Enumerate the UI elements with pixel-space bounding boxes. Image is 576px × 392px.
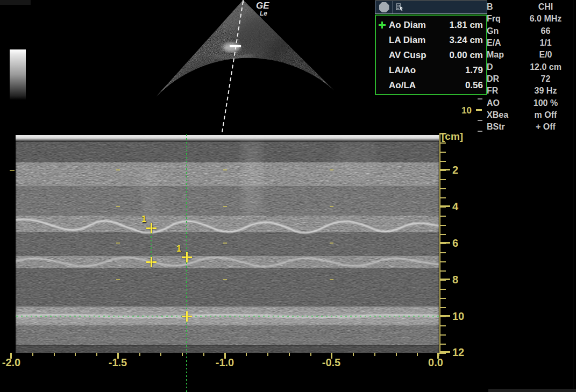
depth-ruler-major-tick (440, 169, 450, 170)
time-tick-label: -2.0 (2, 357, 20, 369)
param-row-gn: Gn 66 (487, 25, 575, 37)
param-row-xbeam: XBea m Off (487, 109, 575, 121)
measurement-value: 3.24 cm (450, 35, 483, 45)
depth-tick-label: 10 (452, 310, 471, 322)
measurement-value: 0.00 cm (450, 51, 483, 60)
measure-icon-slot (378, 81, 389, 89)
caliper-point-1b[interactable] (146, 257, 157, 267)
sector-scan-image[interactable]: GE Le (151, 0, 336, 134)
measurement-results-panel: Ao Diam 1.81 cm LA Diam 3.24 cm AV Cusp … (375, 15, 487, 95)
sector-scale-tick (478, 131, 482, 132)
param-label: Gn (487, 27, 516, 35)
caliper-cursor-icon (395, 3, 405, 12)
measurement-row-ao-la: Ao/LA 0.56 (378, 81, 483, 90)
depth-ruler-major-tick (440, 205, 450, 207)
depth-ruler-major-tick (440, 279, 450, 280)
param-label: E/A (487, 39, 516, 47)
time-tick-label: 0.0 (428, 357, 443, 369)
measurement-row-av-cusp: AV Cusp 0.00 cm (378, 51, 483, 60)
param-label: Frq (487, 15, 516, 23)
measurement-label: LA/Ao (389, 66, 416, 75)
depth-tick-label: 2 (452, 164, 471, 176)
grid-dash (330, 169, 333, 170)
active-measure-cross-icon (378, 21, 389, 28)
depth-ruler-minor-ticks (440, 133, 446, 354)
depth-ruler-major-tick (440, 315, 450, 317)
param-row-dr: DR 72 (487, 73, 575, 85)
caliper-point-2b[interactable] (182, 311, 192, 322)
measurement-label: AV Cusp (389, 51, 426, 60)
sector-scale-tick-10 (476, 109, 482, 111)
param-value: 1/1 (516, 39, 575, 47)
measurement-value: 1.81 cm (450, 20, 483, 30)
grid-dash (330, 243, 333, 244)
param-label: AO (487, 99, 516, 108)
param-value: CHI (516, 3, 575, 11)
mmode-tissue (16, 132, 439, 353)
caliper-point-1a[interactable] (146, 223, 157, 233)
param-row-map: Map E/0 (487, 49, 575, 61)
grid-dash (330, 206, 333, 207)
param-label: Map (487, 51, 516, 59)
grid-dash (116, 206, 120, 207)
sector-tissue (151, 0, 336, 134)
param-row-d: D 12.0 cm (487, 61, 575, 73)
measurement-label: Ao Diam (389, 20, 426, 30)
param-value: 12.0 cm (516, 63, 575, 72)
measurement-row-la-diam: LA Diam 3.24 cm (378, 35, 483, 45)
grid-dash (330, 279, 333, 280)
sector-scale-tick (478, 98, 482, 99)
measurement-row-la-ao: LA/Ao 1.79 (378, 66, 483, 75)
param-label: B (487, 3, 516, 11)
freeze-button[interactable] (375, 1, 393, 13)
measurement-label: Ao/LA (389, 81, 416, 90)
measurement-toolbar (375, 1, 487, 14)
grid-dash (10, 170, 15, 171)
grid-dash (223, 169, 227, 170)
caliper-label-2: 1 (176, 244, 181, 254)
depth-reference-dashed-line (16, 316, 439, 317)
grid-dash (116, 279, 120, 280)
mmode-display[interactable] (16, 132, 439, 353)
time-tick-label: -0.5 (322, 357, 340, 369)
param-value: 39 Hz (516, 87, 575, 95)
param-label: D (487, 63, 516, 72)
grid-dash (116, 169, 120, 170)
grid-dash (223, 206, 227, 207)
caliper-point-2a[interactable] (182, 252, 192, 262)
screen-edge-artifact-bottom (488, 389, 576, 392)
screen-edge-artifact (0, 0, 31, 5)
freeze-octagon-icon (379, 2, 389, 12)
param-value: 6.0 MHz (516, 15, 575, 23)
param-value: m Off (516, 111, 575, 119)
param-label: XBea (487, 111, 516, 119)
grid-dash (223, 279, 227, 280)
param-row-bstr: BStr + Off (487, 121, 575, 133)
sector-scale-label: 10 (461, 105, 472, 116)
time-tick-label: -1.0 (216, 357, 234, 369)
caliper-connector-line (151, 232, 152, 258)
imaging-parameters-panel: B CHI Frq 6.0 MHz Gn 66 E/A 1/1 Map E/0 … (487, 1, 575, 133)
param-label: DR (487, 75, 516, 83)
depth-ruler-major-tick (440, 351, 450, 353)
measurement-row-ao-diam: Ao Diam 1.81 cm (378, 20, 483, 30)
depth-tick-label: 4 (452, 201, 471, 212)
time-tick-label: -1.5 (109, 357, 127, 369)
grid-dash (116, 243, 120, 244)
sector-scale-tick (478, 120, 482, 121)
depth-tick-label: 12 (452, 346, 471, 358)
depth-tick-label: 6 (452, 237, 471, 249)
param-label: BStr (487, 123, 516, 131)
param-value: 72 (516, 75, 575, 83)
measurement-value: 1.79 (465, 66, 483, 75)
depth-ruler-major-tick (440, 242, 450, 244)
measure-icon-slot (378, 36, 389, 44)
param-value: 66 (516, 27, 575, 35)
param-label: FR (487, 87, 516, 95)
measurement-value: 0.56 (465, 81, 483, 90)
param-value: E/0 (516, 51, 575, 59)
param-row-fr: FR 39 Hz (487, 85, 575, 97)
caliper-tool-button[interactable] (395, 3, 405, 12)
grayscale-reference-bar (10, 49, 26, 100)
param-row-frq: Frq 6.0 MHz (487, 13, 575, 25)
